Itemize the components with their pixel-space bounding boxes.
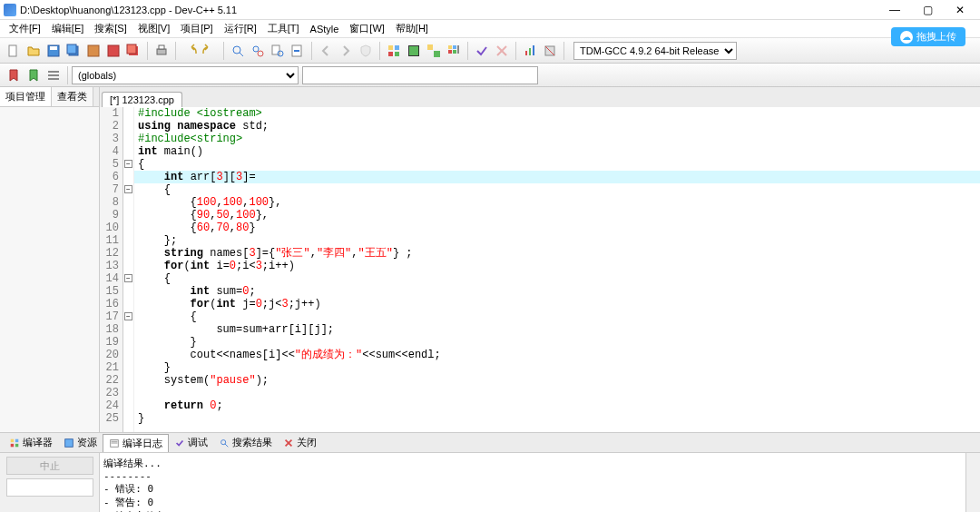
fold-toggle-icon[interactable]: − [124, 274, 132, 282]
save-as-icon[interactable] [84, 42, 103, 60]
bookmark-list-icon[interactable] [44, 66, 63, 84]
menu-item[interactable]: 项目[P] [175, 22, 218, 35]
bottom-tab[interactable]: 编译器 [4, 434, 58, 451]
svg-rect-26 [434, 51, 440, 57]
rebuild-icon[interactable] [445, 42, 463, 60]
svg-rect-15 [272, 45, 279, 54]
file-tab[interactable]: [*] 123123.cpp [102, 92, 182, 107]
code-line[interactable]: }; [134, 234, 980, 247]
bookmark-toggle-icon[interactable] [5, 66, 23, 84]
svg-rect-47 [111, 440, 119, 448]
fold-toggle-icon[interactable]: − [124, 160, 132, 168]
redo-icon[interactable] [201, 42, 219, 60]
bottom-tab[interactable]: 资源 [58, 434, 103, 451]
close-file-icon[interactable] [104, 42, 122, 60]
run-icon[interactable] [405, 42, 423, 60]
compile-icon[interactable] [385, 42, 403, 60]
debug-icon[interactable] [473, 42, 491, 60]
find-in-files-icon[interactable] [269, 42, 287, 60]
code-line[interactable]: sum=sum+arr[i][j]; [134, 323, 980, 336]
output-vscroll[interactable] [965, 453, 980, 512]
save-icon[interactable] [44, 42, 63, 60]
code-line[interactable]: int sum=0; [134, 285, 980, 298]
menu-item[interactable]: 文件[F] [4, 22, 46, 35]
fold-toggle-icon[interactable]: − [124, 312, 132, 320]
new-file-icon[interactable] [5, 42, 23, 60]
code-line[interactable]: } [134, 412, 980, 425]
code-line[interactable]: using namespace std; [134, 120, 980, 133]
extra-button[interactable] [6, 478, 93, 497]
side-tab[interactable]: 查看类 [52, 87, 93, 106]
svg-rect-36 [533, 45, 534, 55]
profile-icon[interactable] [521, 42, 539, 60]
bottom-tab[interactable]: 编译日志 [103, 434, 169, 452]
code-line[interactable]: #include <iostream> [134, 107, 980, 120]
app-icon [4, 4, 16, 16]
undo-icon[interactable] [181, 42, 199, 60]
bottom-tab[interactable]: 搜索结果 [213, 434, 278, 451]
maximize-button[interactable]: ▢ [911, 0, 944, 20]
close-all-icon[interactable] [124, 42, 142, 60]
code-line[interactable]: return 0; [134, 399, 980, 412]
bottom-tab[interactable]: 调试 [169, 434, 213, 451]
replace-icon[interactable] [249, 42, 267, 60]
shield-icon[interactable] [357, 42, 375, 60]
print-icon[interactable] [152, 42, 171, 60]
svg-rect-27 [448, 45, 452, 49]
code-line[interactable]: for(int j=0;j<3;j++) [134, 298, 980, 310]
code-line[interactable]: { [134, 310, 980, 323]
code-line[interactable]: int arr[3][3]= [134, 171, 980, 183]
code-line[interactable]: { [134, 183, 980, 196]
compile-output[interactable]: 编译结果... -------- - 错误: 0 - 警告: 0 - 输出文件名… [100, 453, 965, 512]
menu-item[interactable]: 工具[T] [262, 22, 305, 35]
side-tab[interactable]: 项目管理 [0, 87, 52, 106]
svg-rect-45 [15, 443, 18, 446]
code-line[interactable] [134, 387, 980, 399]
member-combo[interactable] [302, 66, 538, 84]
code-line[interactable]: int main() [134, 145, 980, 158]
globals-combo[interactable]: (globals) [72, 66, 299, 84]
close-button[interactable]: ✕ [944, 0, 976, 20]
bookmark-go-icon[interactable] [24, 66, 43, 84]
code-editor[interactable]: 1234567891011121314151617181920212223242… [100, 107, 980, 432]
code-line[interactable]: cout<<names[i]<<"的成绩为："<<sum<<endl; [134, 349, 980, 361]
svg-rect-19 [388, 45, 393, 50]
upload-button[interactable]: ☁拖拽上传 [891, 27, 965, 46]
goto-line-icon[interactable] [289, 42, 307, 60]
code-line[interactable]: } [134, 361, 980, 374]
code-line[interactable]: { [134, 272, 980, 285]
window-title: D:\Desktop\huanong\123123.cpp - Dev-C++ … [20, 5, 878, 15]
nav-forward-icon[interactable] [337, 42, 355, 60]
menu-item[interactable]: 搜索[S] [89, 22, 132, 35]
secondary-toolbar: (globals) [0, 64, 980, 87]
stop-debug-icon[interactable] [493, 42, 511, 60]
compile-run-icon[interactable] [425, 42, 443, 60]
code-line[interactable]: {90,50,100}, [134, 209, 980, 222]
menu-item[interactable]: 视图[V] [132, 22, 175, 35]
code-line[interactable]: { [134, 158, 980, 171]
delete-profile-icon[interactable] [541, 42, 559, 60]
code-line[interactable]: system("pause"); [134, 374, 980, 387]
find-icon[interactable] [229, 42, 247, 60]
save-all-icon[interactable] [64, 42, 83, 60]
compiler-select[interactable]: TDM-GCC 4.9.2 64-bit Release [573, 42, 737, 60]
code-line[interactable]: } [134, 336, 980, 349]
abort-button[interactable]: 中止 [6, 457, 93, 475]
menu-item[interactable]: AStyle [305, 24, 345, 34]
minimize-button[interactable]: — [878, 0, 911, 20]
code-line[interactable]: #include<string> [134, 133, 980, 145]
code-line[interactable]: {60,70,80} [134, 222, 980, 234]
fold-toggle-icon[interactable]: − [124, 185, 132, 193]
code-line[interactable]: {100,100,100}, [134, 196, 980, 209]
sidebar: 项目管理查看类 [0, 87, 100, 432]
bottom-tab[interactable]: 关闭 [278, 434, 322, 451]
menu-item[interactable]: 帮助[H] [390, 22, 434, 35]
code-line[interactable]: for(int i=0;i<3;i++) [134, 260, 980, 272]
menu-item[interactable]: 运行[R] [219, 22, 262, 35]
open-file-icon[interactable] [24, 42, 43, 60]
nav-back-icon[interactable] [317, 42, 335, 60]
svg-rect-6 [108, 45, 119, 56]
code-line[interactable]: string names[3]={"张三","李四","王五"} ; [134, 247, 980, 260]
menu-item[interactable]: 窗口[W] [344, 22, 390, 35]
menu-item[interactable]: 编辑[E] [46, 22, 89, 35]
